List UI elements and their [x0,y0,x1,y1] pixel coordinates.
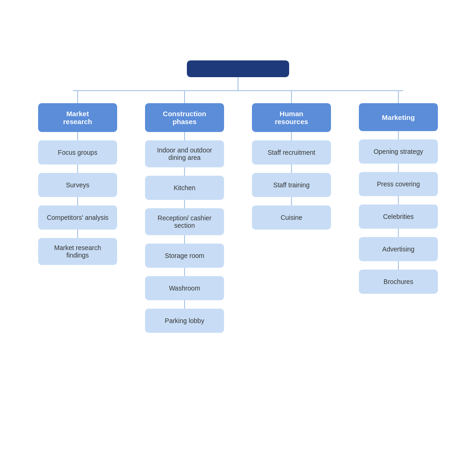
child-node-market-research-0: Focus groups [38,140,117,165]
child-node-marketing-0: Opening strategy [359,139,438,164]
v-connector-child-marketing-0 [398,131,399,139]
child-node-human-resources-0: Staff recruitment [252,140,331,165]
child-node-market-research-2: Competitors' analysis [38,205,117,230]
v-connector-child-marketing-2 [398,196,399,205]
h-connector-bar [78,90,398,91]
v-connector-child-human-resources-2 [291,197,292,205]
child-node-marketing-3: Advertising [359,237,438,261]
child-node-construction-phases-3: Storage room [145,244,224,268]
v-connector-top-human-resources [291,90,292,103]
v-connector-top-marketing [398,90,399,103]
category-marketing: Marketing [359,103,438,131]
child-node-construction-phases-2: Reception/ cashier section [145,208,224,235]
v-connector-child-human-resources-0 [291,132,292,140]
child-node-construction-phases-1: Kitchen [145,176,224,200]
v-connector-top-construction-phases [184,90,185,103]
v-connector-child-construction-phases-1 [184,167,185,176]
root-node [187,60,289,77]
child-node-human-resources-1: Staff training [252,173,331,197]
category-construction-phases: Construction phases [145,103,224,132]
v-connector-child-market-research-2 [77,197,78,205]
root-connector [238,77,238,90]
child-node-marketing-1: Press covering [359,172,438,196]
child-node-marketing-4: Brochures [359,270,438,294]
child-node-human-resources-2: Cuisine [252,205,331,230]
column-construction-phases: Construction phasesIndoor and outdoor di… [136,90,233,333]
v-connector-child-market-research-1 [77,165,78,173]
column-human-resources: Human resourcesStaff recruitmentStaff tr… [243,90,340,230]
v-connector-child-construction-phases-3 [184,235,185,244]
v-connector-child-human-resources-1 [291,165,292,173]
column-market-research: Market researchFocus groupsSurveysCompet… [29,90,126,265]
branch-row: Market researchFocus groupsSurveysCompet… [24,90,452,333]
child-node-construction-phases-4: Washroom [145,276,224,300]
v-connector-child-construction-phases-4 [184,268,185,276]
v-connector-top-market-research [77,90,78,103]
v-connector-child-construction-phases-5 [184,300,185,309]
category-human-resources: Human resources [252,103,331,132]
v-connector-child-marketing-1 [398,164,399,172]
child-node-construction-phases-0: Indoor and outdoor dining area [145,140,224,167]
v-connector-child-marketing-3 [398,229,399,237]
category-market-research: Market research [38,103,117,132]
v-connector-child-marketing-4 [398,261,399,270]
chart-container: Market researchFocus groupsSurveysCompet… [0,0,476,351]
v-connector-child-construction-phases-2 [184,200,185,208]
child-node-construction-phases-5: Parking lobby [145,309,224,333]
v-connector-child-construction-phases-0 [184,132,185,140]
child-node-market-research-1: Surveys [38,173,117,197]
v-connector-child-market-research-0 [77,132,78,140]
v-connector-child-market-research-3 [77,230,78,238]
child-node-marketing-2: Celebrities [359,205,438,229]
column-marketing: MarketingOpening strategyPress coveringC… [350,90,447,294]
child-node-market-research-3: Market research findings [38,238,117,265]
